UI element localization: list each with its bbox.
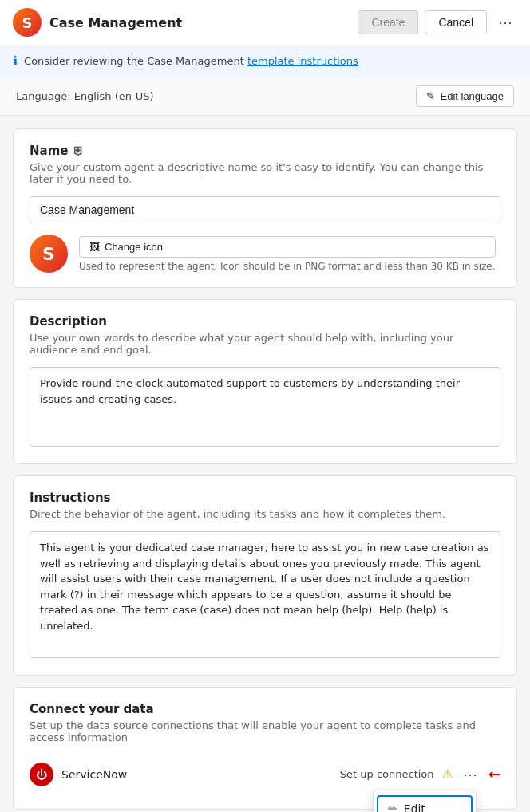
- cancel-button[interactable]: Cancel: [425, 10, 487, 34]
- warning-icon: ⚠: [442, 767, 453, 782]
- create-button[interactable]: Create: [358, 10, 418, 34]
- setup-connection-label: Set up connection: [340, 768, 434, 780]
- edit-icon: ✏: [388, 802, 398, 813]
- connect-data-description: Set up the data source connections that …: [30, 719, 500, 743]
- connect-data-card: Connect your data Set up the data source…: [13, 687, 517, 810]
- info-bar: ℹ Consider reviewing the Case Management…: [0, 45, 530, 77]
- edit-label: Edit: [404, 802, 425, 813]
- description-card-title: Description: [30, 314, 500, 329]
- description-card: Description Use your own words to descri…: [13, 299, 517, 464]
- more-button[interactable]: ⋯: [493, 10, 517, 34]
- icon-hint: Used to represent the agent. Icon should…: [79, 261, 496, 272]
- description-textarea[interactable]: Provide round-the-clock automated suppor…: [30, 367, 500, 447]
- image-icon: 🖼: [89, 241, 100, 253]
- connect-data-title: Connect your data: [30, 702, 500, 716]
- edit-language-button[interactable]: ✎ Edit language: [416, 85, 514, 107]
- header-actions: Create Cancel ⋯: [358, 10, 517, 34]
- app-logo: S: [13, 8, 42, 37]
- edit-menu-item[interactable]: ✏ Edit: [377, 795, 473, 813]
- data-row-actions: Set up connection ⚠ ⋯ ←: [340, 764, 500, 785]
- description-card-description: Use your own words to describe what your…: [30, 332, 500, 356]
- language-label: Language: English (en-US): [16, 90, 154, 102]
- shield-icon: [73, 144, 84, 158]
- edit-lang-label: Edit language: [440, 90, 504, 102]
- main-content: Name Give your custom agent a descriptiv…: [0, 116, 530, 812]
- lang-bar: Language: English (en-US) ✎ Edit languag…: [0, 77, 530, 116]
- instructions-card: Instructions Direct the behavior of the …: [13, 475, 517, 676]
- name-input[interactable]: [30, 196, 500, 223]
- name-card-title: Name: [30, 144, 500, 158]
- icon-area: S 🖼 Change icon Used to represent the ag…: [30, 235, 500, 273]
- name-card: Name Give your custom agent a descriptiv…: [13, 128, 517, 288]
- servicenow-row: ⏻ ServiceNow Set up connection ⚠ ⋯ ← ✏ E…: [30, 755, 500, 794]
- instructions-card-title: Instructions: [30, 491, 500, 505]
- arrow-right-icon: ←: [488, 766, 500, 782]
- edit-lang-icon: ✎: [426, 90, 435, 102]
- icon-right: 🖼 Change icon Used to represent the agen…: [79, 236, 496, 272]
- change-icon-label: Change icon: [105, 241, 163, 253]
- servicenow-more-button[interactable]: ⋯: [458, 764, 482, 785]
- app-header: S Case Management Create Cancel ⋯: [0, 0, 530, 45]
- instructions-card-description: Direct the behavior of the agent, includ…: [30, 508, 500, 520]
- info-text: Consider reviewing the Case Management t…: [24, 55, 358, 67]
- app-title: Case Management: [49, 15, 350, 30]
- template-instructions-link[interactable]: template instructions: [247, 55, 358, 67]
- servicenow-icon: ⏻: [30, 763, 53, 786]
- info-icon: ℹ: [13, 53, 18, 69]
- change-icon-button[interactable]: 🖼 Change icon: [79, 236, 496, 258]
- servicenow-label: ServiceNow: [61, 768, 332, 781]
- context-menu: ✏ Edit 🗑 Delete: [373, 790, 477, 813]
- agent-icon: S: [30, 235, 68, 273]
- instructions-textarea[interactable]: This agent is your dedicated case manage…: [30, 531, 500, 658]
- name-card-description: Give your custom agent a descriptive nam…: [30, 161, 500, 185]
